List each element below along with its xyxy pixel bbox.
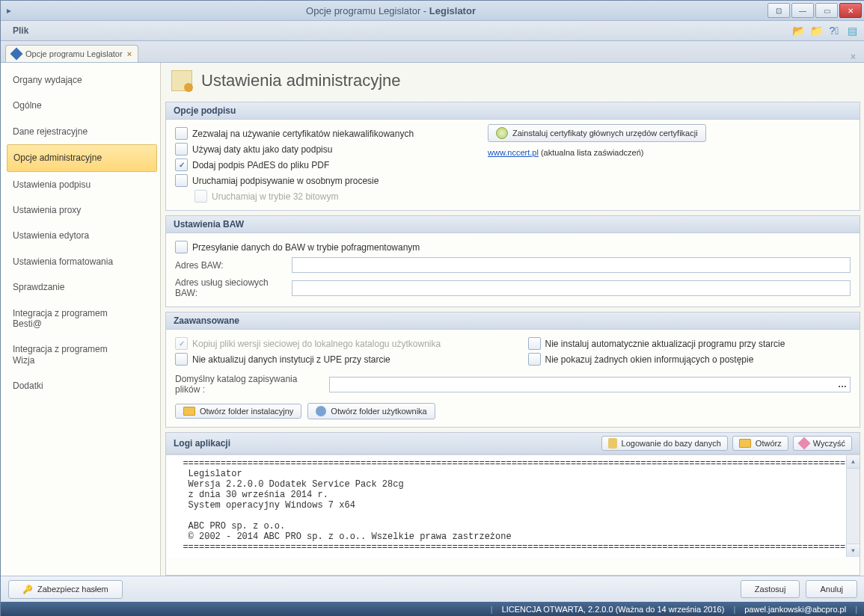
- page-title: Ustawienia administracyjne: [201, 71, 401, 90]
- sidebar-item-ustawienia-edytora[interactable]: Ustawienia edytora: [7, 223, 157, 248]
- sidebar: Organy wydające Ogólne Dane rejestracyjn…: [1, 63, 161, 576]
- input-baw-services[interactable]: [292, 280, 851, 296]
- lbl-baw-fragment: Przesyłanie danych do BAW w trybie pofra…: [192, 242, 420, 253]
- folder-icon: [183, 407, 195, 416]
- btn-secure-password[interactable]: 🔑Zabezpiecz hasłem: [8, 580, 123, 599]
- body: Organy wydające Ogólne Dane rejestracyjn…: [1, 63, 864, 576]
- cb-allow-nonqual[interactable]: [175, 127, 188, 140]
- sidebar-item-dane-rejestracyjne[interactable]: Dane rejestracyjne: [7, 119, 157, 144]
- section-h-baw: Ustawienia BAW: [166, 216, 860, 233]
- tabbar-close-all-icon[interactable]: ×: [846, 52, 860, 62]
- section-h-logs: Logi aplikacji Logowanie do bazy danych …: [166, 433, 860, 455]
- input-default-path[interactable]: …: [329, 377, 851, 392]
- tabbar: Opcje programu Legislator × ×: [1, 41, 864, 63]
- cb-baw-fragment[interactable]: [175, 241, 188, 253]
- status-email: pawel.jankowski@abcpro.pl: [744, 605, 846, 614]
- cb-copy-network: [175, 337, 188, 350]
- sidebar-item-opcje-administracyjne[interactable]: Opcje administracyjne: [7, 144, 157, 171]
- key-icon: 🔑: [22, 585, 33, 594]
- tab-label: Opcje programu Legislator: [25, 49, 123, 58]
- page-header: Ustawienia administracyjne: [165, 66, 860, 102]
- btn-open-user-folder[interactable]: Otwórz folder użytkownika: [307, 403, 435, 419]
- lbl-allow-nonqual: Zezwalaj na używanie certyfikatów niekaw…: [192, 129, 414, 139]
- title-bold: Legislator: [429, 5, 476, 16]
- btn-open-install-folder[interactable]: Otwórz folder instalacyjny: [175, 404, 301, 419]
- sidebar-item-ogolne[interactable]: Ogólne: [7, 93, 157, 118]
- log-area[interactable]: ========================================…: [166, 455, 860, 557]
- btn-log-db[interactable]: Logowanie do bazy danych: [601, 436, 728, 451]
- lbl-pades: Dodaj podpis PAdES do pliku PDF: [192, 160, 329, 170]
- help-icon[interactable]: ?⃝: [827, 24, 841, 37]
- lbl-default-path: Domyślny katalog zapisywania plików :: [175, 374, 325, 395]
- path-browse-icon[interactable]: …: [838, 379, 847, 389]
- tab-options[interactable]: Opcje programu Legislator ×: [5, 45, 138, 62]
- section-b-baw: Przesyłanie danych do BAW w trybie pofra…: [166, 233, 860, 307]
- cb-no-upe-update[interactable]: [175, 353, 188, 366]
- folder-open-icon[interactable]: 📂: [791, 24, 805, 37]
- lbl-separate-process: Uruchamiaj podpisywanie w osobnym proces…: [192, 176, 379, 186]
- app-window: ▸ Opcje programu Legislator - Legislator…: [0, 0, 864, 616]
- ribbon-minimize-button[interactable]: ⊡: [768, 3, 790, 18]
- app-menu-arrow[interactable]: ▸: [4, 5, 14, 16]
- folder-icon: [739, 439, 751, 448]
- scroll-down-icon[interactable]: ▼: [847, 543, 860, 557]
- window-title: Opcje programu Legislator - Legislator: [14, 5, 768, 16]
- sidebar-item-organy[interactable]: Organy wydające: [7, 67, 157, 93]
- scroll-up-icon[interactable]: ▲: [847, 455, 860, 469]
- section-baw: Ustawienia BAW Przesyłanie danych do BAW…: [165, 215, 860, 307]
- menu-file[interactable]: Plik: [7, 23, 34, 38]
- cert-link-suffix: (aktualna lista zaświadczeń): [539, 148, 644, 157]
- close-button[interactable]: ✕: [839, 3, 862, 18]
- btn-log-open[interactable]: Otwórz: [732, 436, 788, 451]
- section-b-advanced: Kopiuj pliki wersji sieciowej do lokalne…: [166, 330, 860, 427]
- lbl-baw-address: Adres BAW:: [175, 260, 287, 271]
- minimize-button[interactable]: —: [791, 3, 814, 18]
- sidebar-item-integracja-bestia[interactable]: Integracja z programem Besti@: [7, 301, 157, 337]
- chat-icon[interactable]: ▤: [845, 24, 859, 37]
- cb-pades[interactable]: [175, 158, 188, 171]
- cb-use-act-date[interactable]: [175, 143, 188, 155]
- section-h-signature: Opcje podpisu: [166, 102, 860, 120]
- lbl-baw-services: Adres usług sieciowych BAW:: [175, 277, 287, 298]
- sidebar-item-ustawienia-proxy[interactable]: Ustawienia proxy: [7, 197, 157, 223]
- btn-install-certs[interactable]: Zainstaluj certyfikaty głównych urzędów …: [488, 124, 706, 142]
- lbl-copy-network: Kopiuj pliki wersji sieciowej do lokalne…: [192, 339, 441, 349]
- cb-no-auto-update[interactable]: [528, 337, 541, 350]
- sidebar-item-ustawienia-formatowania[interactable]: Ustawienia formatowania: [7, 249, 157, 274]
- section-h-advanced: Zaawansowane: [166, 312, 860, 330]
- content: Ustawienia administracyjne Opcje podpisu…: [161, 63, 864, 576]
- section-advanced: Zaawansowane Kopiuj pliki wersji sieciow…: [165, 312, 860, 428]
- database-icon: [608, 438, 617, 449]
- title-light: Opcje programu Legislator -: [306, 5, 429, 16]
- lbl-32bit: Uruchamiaj w trybie 32 bitowym: [212, 191, 338, 202]
- tab-icon: [10, 48, 23, 61]
- link-nccert[interactable]: www.nccert.pl: [488, 148, 539, 157]
- eraser-icon: [797, 437, 810, 450]
- page-icon: [171, 70, 192, 91]
- btn-cancel[interactable]: Anuluj: [806, 580, 857, 598]
- gear-icon: [184, 83, 193, 92]
- log-text: ========================================…: [172, 458, 860, 552]
- lbl-no-progress: Nie pokazuj żadnych okien informujących …: [545, 354, 754, 365]
- sidebar-item-sprawdzanie[interactable]: Sprawdzanie: [7, 274, 157, 300]
- input-baw-address[interactable]: [292, 257, 851, 273]
- footer: 🔑Zabezpiecz hasłem Zastosuj Anuluj: [1, 576, 864, 602]
- cb-32bit: [194, 190, 207, 203]
- lbl-no-upe-update: Nie aktualizuj danych instytucji z UPE p…: [192, 354, 390, 365]
- sidebar-item-ustawienia-podpisu[interactable]: Ustawienia podpisu: [7, 172, 157, 197]
- lbl-use-act-date: Używaj daty aktu jako daty podpisu: [192, 144, 332, 155]
- maximize-button[interactable]: ▭: [815, 3, 838, 18]
- sidebar-item-dodatki[interactable]: Dodatki: [7, 373, 157, 398]
- log-scrollbar[interactable]: ▲ ▼: [846, 455, 860, 557]
- tab-close-icon[interactable]: ×: [127, 49, 132, 58]
- section-b-signature: Zezwalaj na używanie certyfikatów niekaw…: [166, 120, 860, 210]
- cb-separate-process[interactable]: [175, 174, 188, 187]
- btn-apply[interactable]: Zastosuj: [741, 580, 800, 598]
- lbl-no-auto-update: Nie instaluj automatycznie aktualizacji …: [545, 339, 785, 349]
- sidebar-item-integracja-wizja[interactable]: Integracja z programem Wizja: [7, 336, 157, 373]
- section-signature: Opcje podpisu Zezwalaj na używanie certy…: [165, 102, 860, 211]
- btn-log-clear[interactable]: Wyczyść: [793, 436, 852, 451]
- cb-no-progress[interactable]: [528, 353, 541, 366]
- cert-icon: [496, 127, 508, 139]
- folder-settings-icon[interactable]: 📁: [809, 24, 823, 37]
